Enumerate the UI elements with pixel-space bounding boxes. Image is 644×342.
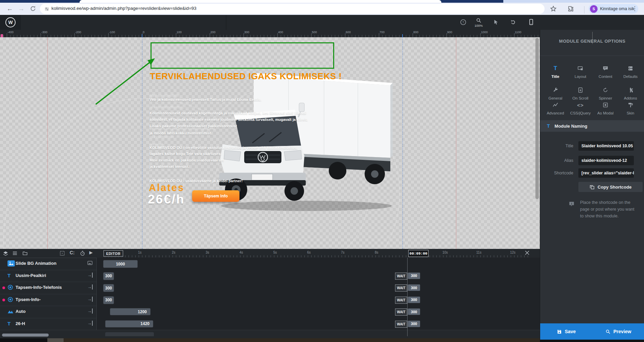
module-option-skin[interactable]: Skin bbox=[618, 102, 643, 115]
slide-text-line[interactable]: Meie eesmärk on pakkuda usaldusväärset bbox=[150, 158, 224, 162]
module-option-title[interactable]: TTitle bbox=[543, 65, 568, 79]
field-input-alias[interactable]: slaider-kolimisveod-12 bbox=[578, 156, 634, 165]
animation-duration-bar[interactable]: 300 bbox=[103, 296, 114, 304]
module-option-defaults[interactable]: Defaults bbox=[618, 65, 643, 79]
play-icon[interactable]: ▶ bbox=[89, 250, 93, 255]
zoom-control[interactable]: 100% bbox=[475, 15, 483, 30]
price-label[interactable]: Alates bbox=[149, 182, 184, 193]
wait-duration-chip[interactable]: 300 bbox=[408, 308, 420, 315]
save-button[interactable]: Save bbox=[540, 323, 592, 340]
cta-button[interactable]: Täpsem Info bbox=[192, 190, 239, 202]
zoom-level: 100% bbox=[475, 24, 483, 27]
ruler-guide-handle[interactable] bbox=[1, 34, 3, 37]
module-option-advanced[interactable]: Advanced bbox=[543, 102, 568, 115]
layer-name[interactable]: 26-H bbox=[16, 321, 25, 326]
wait-duration-chip[interactable]: 300 bbox=[408, 297, 420, 303]
wait-duration-chip[interactable]: 300 bbox=[408, 273, 420, 279]
arrow-into-icon[interactable]: → bbox=[87, 273, 93, 278]
price-value[interactable]: 26€/h bbox=[148, 192, 185, 207]
cursor-tool-icon[interactable] bbox=[493, 19, 499, 25]
browser-menu-dots-icon[interactable]: ⋮ bbox=[632, 5, 638, 12]
module-option-addons[interactable]: Addons bbox=[618, 87, 643, 100]
playhead-time[interactable]: 00:09:00 bbox=[408, 250, 429, 257]
animation-duration-bar[interactable]: 1420 bbox=[105, 320, 153, 327]
layer-name[interactable]: Auto bbox=[16, 309, 26, 314]
module-option-spinner[interactable]: Spinner bbox=[593, 87, 618, 100]
animation-duration-bar[interactable]: 300 bbox=[103, 284, 114, 292]
field-input-shortcode[interactable]: [rev_slider alias="slaider-koli bbox=[578, 168, 634, 178]
ruler-label: 700 bbox=[380, 30, 385, 34]
arrow-into-icon[interactable]: → bbox=[87, 308, 93, 314]
active-browser-tab[interactable] bbox=[79, 0, 441, 3]
addons-icon bbox=[618, 87, 643, 93]
bg-frame-icon[interactable] bbox=[87, 261, 93, 265]
layer-name[interactable]: Tapsem-Info-Telefonis bbox=[16, 285, 62, 290]
browser-reload-icon[interactable] bbox=[30, 5, 36, 12]
profile-chip[interactable]: S Kinnitage oma isik bbox=[589, 4, 638, 14]
timeline-row[interactable]: Tpsem-Info-→300WAIT300 bbox=[0, 294, 540, 306]
slide-text-line[interactable]: ja mööbli lahti-kokku monteerimist. bbox=[150, 131, 212, 135]
slide-text-line[interactable]: Lisaks pakume professionaalset pakkimist… bbox=[150, 124, 237, 128]
menu-icon[interactable] bbox=[12, 251, 18, 256]
slide-text-line[interactable]: soovidest, et tagada kolitavate esemete … bbox=[150, 117, 308, 122]
animation-duration-bar[interactable]: 300 bbox=[103, 272, 114, 280]
slide-heading[interactable]: TERVIKLAHENDUSED IGAKS KOLIMISEKS ! bbox=[150, 71, 342, 82]
horizontal-ruler[interactable]: -400-300-200-100010020030040050060070080… bbox=[0, 30, 540, 38]
device-preview-icon[interactable] bbox=[528, 19, 534, 25]
timeline-close-icon[interactable] bbox=[525, 251, 529, 255]
revslider-editor-window: ← → kolimisveod.ee/wp-admin/admin.php?pa… bbox=[0, 0, 644, 342]
arrow-into-icon[interactable]: → bbox=[87, 284, 93, 290]
browser-back-icon[interactable]: ← bbox=[5, 3, 15, 15]
wordpress-menu[interactable]: W bbox=[0, 15, 21, 30]
timeline-row[interactable]: Auto→1200WAIT300 bbox=[0, 306, 540, 318]
layer-name[interactable]: Slide BG Animation bbox=[16, 261, 56, 266]
slide-text-line[interactable]: Veo-ja kolimisteenused peamiselt Tartus … bbox=[150, 98, 261, 102]
layer-name[interactable]: Uusim-Pealkiri bbox=[16, 273, 46, 278]
folder-icon[interactable] bbox=[22, 251, 28, 256]
undo-icon[interactable] bbox=[510, 19, 516, 25]
slide-canvas[interactable]: TERVIKLAHENDUSED IGAKS KOLIMISEKS ! Meil… bbox=[0, 37, 540, 249]
timeline-row[interactable]: Tapsem-Info-Telefonis→300WAIT300 bbox=[0, 282, 540, 294]
site-settings-icon[interactable] bbox=[44, 6, 49, 12]
timeline-row[interactable]: Slide BG Animation1000 bbox=[0, 258, 540, 270]
animation-duration-bar[interactable]: 1200 bbox=[110, 308, 151, 315]
extensions-puzzle-icon[interactable] bbox=[568, 5, 574, 12]
module-naming-section[interactable]: T Module Naming bbox=[540, 120, 644, 132]
wait-duration-chip[interactable]: 300 bbox=[408, 284, 420, 291]
browser-toolbar: ← → kolimisveod.ee/wp-admin/admin.php?pa… bbox=[0, 3, 644, 15]
module-option-layout[interactable]: Layout bbox=[568, 65, 593, 79]
slide-text-line[interactable]: KOLIMISVEOD OÜ-l on ettevõtte vastutuski… bbox=[150, 146, 297, 150]
animation-duration-bar[interactable]: 1000 bbox=[103, 260, 138, 268]
timeline-horizontal-scrollbar[interactable] bbox=[2, 334, 49, 337]
slide-text-line[interactable]: ja kvaliteetset teenust. bbox=[150, 165, 189, 169]
layers-icon[interactable] bbox=[3, 251, 8, 256]
timeline-row[interactable]: T26-H→1420WAIT300 bbox=[0, 318, 540, 330]
timeline-row[interactable]: TUusim-Pealkiri→300WAIT300 bbox=[0, 270, 540, 282]
field-input-title[interactable]: Slaider kolimisveod 10.05 bbox=[578, 141, 634, 151]
module-option-as-modal[interactable]: As Modal bbox=[593, 102, 618, 115]
url-text[interactable]: kolimisveod.ee/wp-admin/admin.php?page=r… bbox=[51, 6, 197, 11]
wait-duration-chip[interactable]: 300 bbox=[408, 321, 420, 327]
stopwatch-icon[interactable] bbox=[80, 251, 85, 256]
help-icon[interactable]: ? bbox=[460, 19, 466, 25]
bookmark-star-icon[interactable] bbox=[550, 5, 557, 12]
module-option-label: On Scroll bbox=[568, 96, 593, 100]
module-option-general[interactable]: General bbox=[543, 87, 568, 100]
truck-image[interactable] bbox=[216, 70, 402, 214]
slide-text-line[interactable]: tagades kaitse kogu Teie vara väärtuses. bbox=[150, 152, 222, 156]
selection-green-rect[interactable] bbox=[151, 42, 334, 69]
module-option-content[interactable]: Content bbox=[593, 65, 618, 79]
playhead-line[interactable] bbox=[407, 258, 408, 336]
module-option-on-scroll[interactable]: On Scroll bbox=[568, 87, 593, 100]
browser-forward-icon[interactable]: → bbox=[16, 3, 26, 15]
canvas-vertical-scrollbar[interactable] bbox=[535, 38, 539, 199]
grid-select-icon[interactable] bbox=[60, 251, 65, 256]
copy-shortcode-button[interactable]: Copy Shortcode bbox=[578, 182, 643, 192]
arrow-into-icon[interactable]: → bbox=[87, 321, 93, 326]
slide-text-line[interactable]: Kolimisteenuseid osutavad kogemustega ja… bbox=[150, 111, 306, 115]
module-option-css-jquery[interactable]: <>CSS/jQuery bbox=[568, 102, 593, 115]
arrow-into-icon[interactable]: → bbox=[87, 297, 93, 302]
snap-icon[interactable]: C: bbox=[70, 250, 75, 255]
preview-button[interactable]: Preview bbox=[592, 323, 644, 340]
layer-name[interactable]: Tpsem-Info- bbox=[16, 297, 41, 302]
